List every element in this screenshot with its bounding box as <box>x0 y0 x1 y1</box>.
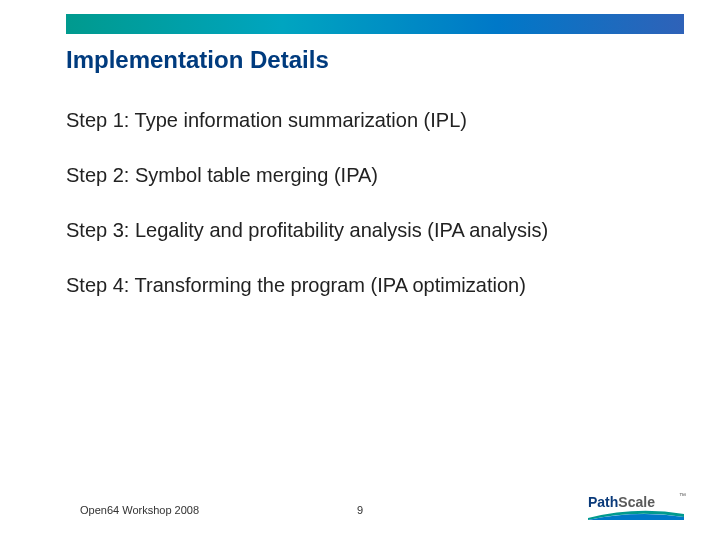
step-2: Step 2: Symbol table merging (IPA) <box>66 163 680 188</box>
page-number: 9 <box>357 504 363 516</box>
slide-title: Implementation Details <box>66 46 329 74</box>
logo-swoosh-icon <box>588 510 684 520</box>
trademark-icon: ™ <box>679 492 686 499</box>
step-1: Step 1: Type information summarization (… <box>66 108 680 133</box>
step-3: Step 3: Legality and profitability analy… <box>66 218 680 243</box>
content-area: Step 1: Type information summarization (… <box>66 108 680 328</box>
step-4: Step 4: Transforming the program (IPA op… <box>66 273 680 298</box>
pathscale-logo: PathScale ™ <box>588 492 684 520</box>
footer-event-label: Open64 Workshop 2008 <box>80 504 199 516</box>
logo-text: PathScale <box>588 494 655 510</box>
header-gradient-bar <box>66 14 684 34</box>
logo-part-path: Path <box>588 494 618 510</box>
footer: Open64 Workshop 2008 9 PathScale ™ <box>0 490 720 520</box>
logo-part-scale: Scale <box>618 494 655 510</box>
